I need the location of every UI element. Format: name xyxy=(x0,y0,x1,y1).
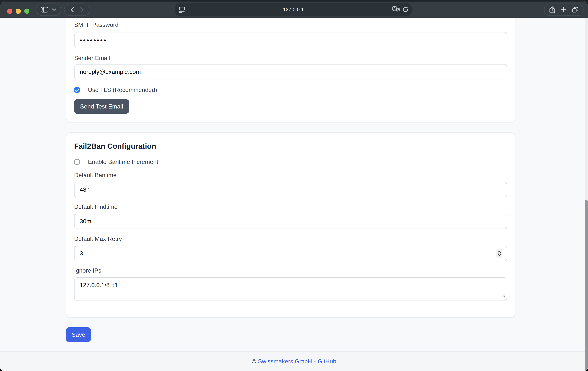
save-button[interactable]: Save xyxy=(66,327,91,342)
browser-titlebar: 127.0.0.1 A 文 xyxy=(0,1,588,18)
bantime-increment-row: Enable Bantime Increment xyxy=(74,158,507,165)
fail2ban-config-card: Fail2Ban Configuration Enable Bantime In… xyxy=(66,132,515,318)
default-bantime-label: Default Bantime xyxy=(74,172,507,179)
fail2ban-card-title: Fail2Ban Configuration xyxy=(74,142,507,151)
default-findtime-label: Default Findtime xyxy=(74,203,507,210)
smtp-password-input[interactable] xyxy=(74,32,507,47)
sidebar-toggle-group[interactable] xyxy=(36,3,61,16)
back-button[interactable] xyxy=(71,7,74,12)
bantime-increment-label: Enable Bantime Increment xyxy=(88,158,158,165)
smtp-password-label: SMTP Password xyxy=(74,22,118,28)
chevron-down-icon[interactable] xyxy=(52,8,56,11)
page-content: SMTP Password Sender Email Use TLS (Reco… xyxy=(0,18,588,371)
toolbar-actions-group xyxy=(544,3,584,16)
copyright-symbol: © xyxy=(252,358,256,365)
use-tls-label: Use TLS (Recommended) xyxy=(88,86,157,93)
default-max-retry-input[interactable] xyxy=(74,246,507,261)
screen: 127.0.0.1 A 文 xyxy=(0,0,588,371)
nav-divider xyxy=(77,6,77,13)
sender-email-input[interactable] xyxy=(74,64,507,79)
sidebar-icon[interactable] xyxy=(41,7,48,12)
default-max-retry-label: Default Max Retry xyxy=(74,235,507,242)
share-icon[interactable] xyxy=(549,6,555,13)
reload-icon[interactable] xyxy=(402,7,408,12)
use-tls-row: Use TLS (Recommended) xyxy=(74,86,507,94)
url-text[interactable]: 127.0.0.1 xyxy=(175,3,412,16)
stepper-down-icon xyxy=(497,254,502,256)
browser-window: 127.0.0.1 A 文 xyxy=(0,1,588,371)
minimize-window-button[interactable] xyxy=(16,9,21,14)
number-stepper[interactable] xyxy=(496,249,502,258)
stepper-up-icon xyxy=(497,251,502,253)
default-findtime-input[interactable] xyxy=(74,214,507,229)
scrollbar-thumb[interactable] xyxy=(585,200,588,371)
use-tls-checkbox[interactable] xyxy=(74,87,80,93)
address-bar[interactable]: 127.0.0.1 A 文 xyxy=(175,3,412,16)
send-test-email-button[interactable]: Send Test Email xyxy=(74,99,129,114)
swissmakers-link[interactable]: Swissmakers GmbH xyxy=(258,358,312,365)
forward-button[interactable] xyxy=(80,7,84,12)
svg-text:A: A xyxy=(393,7,396,10)
tab-overview-icon[interactable] xyxy=(572,7,578,13)
ignore-ips-textarea[interactable]: 127.0.0.1/8 ::1 xyxy=(74,277,507,301)
smtp-settings-card: SMTP Password Sender Email Use TLS (Reco… xyxy=(66,18,515,122)
close-window-button[interactable] xyxy=(7,9,12,14)
zoom-window-button[interactable] xyxy=(24,9,30,14)
svg-text:文: 文 xyxy=(397,8,399,11)
github-link[interactable]: GitHub xyxy=(318,358,336,365)
default-bantime-input[interactable] xyxy=(74,182,507,197)
new-tab-plus-icon[interactable] xyxy=(561,7,566,12)
ignore-ips-label: Ignore IPs xyxy=(74,267,507,274)
translate-icon[interactable]: A 文 xyxy=(392,6,400,13)
sender-email-label: Sender Email xyxy=(74,55,507,62)
footer-separator: - xyxy=(314,358,316,365)
nav-buttons-group xyxy=(64,3,90,16)
bantime-increment-checkbox[interactable] xyxy=(74,159,80,165)
page-footer: ©Swissmakers GmbH-GitHub xyxy=(0,351,588,371)
